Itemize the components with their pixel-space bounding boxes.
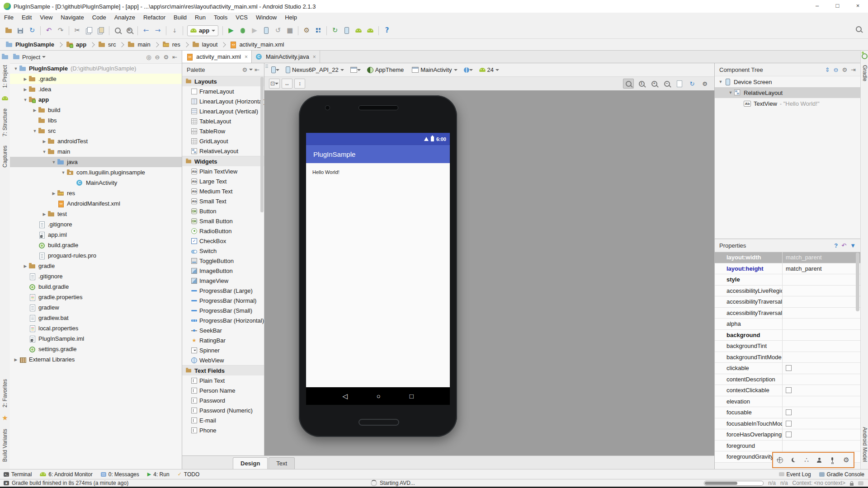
help-icon[interactable]: ? <box>381 25 393 36</box>
toolwindow-button-6-android-monitor[interactable]: 6: Android Monitor <box>40 471 92 478</box>
tree-item-test[interactable]: ▶test <box>10 209 182 219</box>
refresh-icon[interactable]: ↻ <box>687 79 697 88</box>
orientation-dropdown[interactable] <box>347 65 364 75</box>
collapsed-arrow-icon[interactable]: ▶ <box>32 108 38 113</box>
zoom-fit-icon[interactable] <box>623 79 634 89</box>
notifications-icon[interactable] <box>858 481 863 485</box>
menu-navigate[interactable]: Navigate <box>57 13 88 23</box>
tree-item-app[interactable]: ▼app <box>10 94 182 105</box>
palette-item-progressbar-large-[interactable]: ProgressBar (Large) <box>182 286 264 296</box>
property-row-contentdescription[interactable]: contentDescription <box>715 374 860 385</box>
structure-icon[interactable] <box>312 25 324 36</box>
property-row-layout-height[interactable]: layout:heightmatch_parent <box>715 263 860 275</box>
palette-item-person-name[interactable]: Person Name <box>182 385 264 395</box>
palette-item-radiobutton[interactable]: RadioButton <box>182 226 264 236</box>
find-icon[interactable] <box>112 25 123 36</box>
property-value[interactable] <box>783 396 860 407</box>
property-value[interactable] <box>783 385 860 396</box>
expand-all-icon[interactable]: ⇕ <box>825 66 830 73</box>
stop-icon[interactable]: ■ <box>284 25 296 36</box>
strip-tab-gradle[interactable]: Gradle <box>862 65 868 81</box>
memory-indicator[interactable] <box>704 481 764 486</box>
palette-item-large-text[interactable]: AbLarge Text <box>182 176 264 186</box>
property-row-accessibilitytraversalafter[interactable]: accessibilityTraversalAfter <box>715 296 860 308</box>
collapsed-arrow-icon[interactable]: ▶ <box>22 264 28 268</box>
property-value[interactable] <box>783 341 860 352</box>
coverage-icon[interactable]: ▶ <box>249 25 260 36</box>
expanded-arrow-icon[interactable]: ▼ <box>727 90 734 95</box>
fit-height-button[interactable]: ↕ <box>294 79 305 89</box>
palette-item-togglebutton[interactable]: ToggleButton <box>182 256 264 266</box>
expanded-arrow-icon[interactable]: ▼ <box>41 150 47 154</box>
tree-item-build-gradle[interactable]: build.gradle <box>10 240 182 250</box>
zoom-out-icon[interactable]: − <box>662 79 672 88</box>
palette-item-small-text[interactable]: AbSmall Text <box>182 196 264 206</box>
palette-item-gridlayout[interactable]: GridLayout <box>182 136 264 146</box>
lock-icon[interactable] <box>850 483 854 486</box>
expanded-arrow-icon[interactable]: ▼ <box>13 66 19 71</box>
tree-item-gradle[interactable]: ▶gradle <box>10 261 182 271</box>
menu-edit[interactable]: Edit <box>18 13 36 23</box>
gear-icon[interactable]: ⚙ <box>242 66 247 73</box>
attach-debugger-icon[interactable] <box>260 25 272 36</box>
palette-item-medium-text[interactable]: AbMedium Text <box>182 186 264 196</box>
copy-icon[interactable] <box>83 25 95 36</box>
paste-icon[interactable] <box>95 25 107 36</box>
checkbox[interactable] <box>786 365 792 371</box>
breadcrumb-item-layout[interactable]: layout <box>191 39 219 51</box>
run-icon[interactable]: ▶ <box>225 25 237 36</box>
expanded-arrow-icon[interactable]: ▼ <box>51 160 57 164</box>
breadcrumb-item-app[interactable]: app <box>65 39 87 51</box>
close-tab-icon[interactable]: × <box>313 54 316 60</box>
palette-item-imagebutton[interactable]: ImageButton <box>182 266 264 276</box>
tree-item--gitignore[interactable]: .gitignore <box>10 271 182 282</box>
tree-item-build[interactable]: ▶build <box>10 105 182 115</box>
property-value[interactable] <box>783 330 860 341</box>
tree-item-mainactivity[interactable]: CMainActivity <box>10 178 182 188</box>
property-row-forcehasoverlappingrendering[interactable]: forceHasOverlappingRendering <box>715 429 860 441</box>
checkbox[interactable] <box>786 387 792 393</box>
tree-item-gradlew-bat[interactable]: gradlew.bat <box>10 313 182 323</box>
tree-item-androidtest[interactable]: ▶androidTest <box>10 136 182 146</box>
tree-item--gradle[interactable]: ▶.gradle <box>10 74 182 84</box>
undo-icon[interactable]: ↶ <box>43 25 55 36</box>
tree-item-settings-gradle[interactable]: settings.gradle <box>10 344 182 354</box>
mic-icon[interactable] <box>830 457 835 463</box>
close-tab-icon[interactable]: × <box>245 54 248 60</box>
menu-analyze[interactable]: Analyze <box>110 13 139 23</box>
tree-item-main[interactable]: ▼main <box>10 146 182 157</box>
property-value[interactable] <box>783 441 860 451</box>
palette-item-button[interactable]: OKButton <box>182 206 264 216</box>
property-value[interactable] <box>783 363 860 374</box>
palette-item-ratingbar[interactable]: ★RatingBar <box>182 335 264 345</box>
activity-dropdown[interactable]: MainActivity <box>409 65 460 75</box>
palette-item-checkbox[interactable]: ✓CheckBox <box>182 236 264 246</box>
property-row-alpha[interactable]: alpha <box>715 319 860 330</box>
collapsed-arrow-icon[interactable]: ▶ <box>51 191 57 196</box>
property-value[interactable] <box>783 296 860 307</box>
property-value[interactable] <box>783 352 860 363</box>
strip-tab-7-structure[interactable]: 7: Structure <box>2 108 8 136</box>
gear-icon[interactable]: ⚙ <box>842 66 847 73</box>
sync-icon[interactable]: ↻ <box>26 25 38 36</box>
breadcrumb-item-src[interactable]: src <box>97 39 117 51</box>
filter-icon[interactable]: ▼ <box>850 242 856 249</box>
settings-icon[interactable]: ⚙ <box>301 25 312 36</box>
menu-vcs[interactable]: VCS <box>231 13 252 23</box>
expanded-arrow-icon[interactable]: ▼ <box>60 170 66 175</box>
palette-section-widgets[interactable]: Widgets <box>182 156 264 166</box>
device-monitor-icon[interactable] <box>364 25 376 36</box>
menu-build[interactable]: Build <box>170 13 191 23</box>
gradle-sync-icon[interactable]: ↻ <box>329 25 341 36</box>
toolwindow-button-terminal[interactable]: >_Terminal <box>4 471 32 478</box>
mode-tab-text[interactable]: Text <box>269 457 295 469</box>
tree-item-app-iml[interactable]: app.iml <box>10 230 182 240</box>
palette-item-imageview[interactable]: ImageView <box>182 276 264 286</box>
zoom-actual-icon[interactable]: 1 <box>637 79 646 88</box>
tree-item-res[interactable]: ▶res <box>10 188 182 198</box>
device-config-dropdown[interactable] <box>268 65 283 75</box>
palette-item-tablelayout[interactable]: TableLayout <box>182 116 264 126</box>
tree-item-external-libraries[interactable]: ▶External Libraries <box>10 354 182 365</box>
tree-item-proguard-rules-pro[interactable]: proguard-rules.pro <box>10 250 182 261</box>
save-icon[interactable] <box>14 25 26 36</box>
